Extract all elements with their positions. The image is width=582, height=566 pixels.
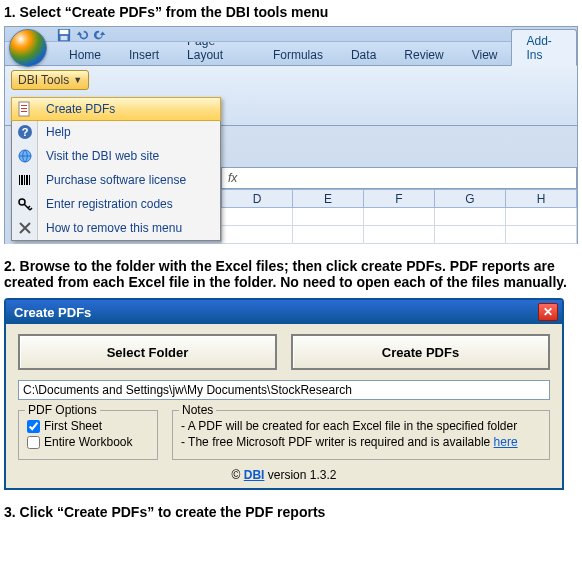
menu-create-pdfs[interactable]: Create PDFs (11, 97, 221, 121)
ribbon-tabs: Home Insert Page Layout Formulas Data Re… (5, 42, 577, 66)
col-header-h[interactable]: H (506, 190, 577, 208)
entire-workbook-option[interactable]: Entire Workbook (27, 435, 149, 449)
entire-workbook-label: Entire Workbook (44, 435, 132, 449)
svg-rect-12 (24, 175, 25, 185)
menu-label: Visit the DBI web site (38, 149, 159, 163)
folder-path-input[interactable] (18, 380, 550, 400)
svg-rect-11 (21, 175, 23, 185)
menu-label: How to remove this menu (38, 221, 182, 235)
entire-workbook-checkbox[interactable] (27, 436, 40, 449)
worksheet-grid[interactable]: D E F G H (221, 189, 577, 244)
col-header-d[interactable]: D (222, 190, 293, 208)
close-icon: ✕ (543, 305, 553, 319)
save-icon[interactable] (57, 28, 71, 42)
notes-group: Notes - A PDF will be created for each E… (172, 410, 550, 460)
svg-rect-1 (60, 29, 69, 33)
dbi-link[interactable]: DBI (244, 468, 265, 482)
step3-heading: 3. Click “Create PDFs” to create the PDF… (4, 504, 578, 520)
menu-enter-codes[interactable]: Enter registration codes (12, 192, 220, 216)
dialog-titlebar[interactable]: Create PDFs ✕ (6, 300, 562, 324)
barcode-icon (17, 172, 33, 188)
pdf-options-group: PDF Options First Sheet Entire Workbook (18, 410, 158, 460)
help-icon: ? (17, 124, 33, 140)
select-folder-button[interactable]: Select Folder (18, 334, 277, 370)
tab-view[interactable]: View (458, 44, 512, 65)
dialog-title: Create PDFs (14, 305, 91, 320)
dbi-tools-menu: Create PDFs ? Help Visit the DBI web sit… (11, 97, 221, 241)
svg-text:?: ? (21, 126, 28, 138)
pdf-writer-link[interactable]: here (494, 435, 518, 449)
chevron-down-icon: ▼ (73, 75, 82, 85)
svg-rect-5 (21, 108, 27, 109)
menu-help[interactable]: ? Help (12, 120, 220, 144)
tab-review[interactable]: Review (390, 44, 457, 65)
dbi-tools-label: DBI Tools (18, 73, 69, 87)
svg-rect-14 (29, 175, 30, 185)
create-pdfs-dialog: Create PDFs ✕ Select Folder Create PDFs … (4, 298, 564, 490)
notes-legend: Notes (179, 403, 216, 417)
tab-home[interactable]: Home (55, 44, 115, 65)
note-1: - A PDF will be created for each Excel f… (181, 419, 541, 433)
svg-rect-10 (19, 175, 20, 185)
office-button[interactable] (9, 29, 47, 67)
step2-heading: 2. Browse to the folder with the Excel f… (4, 258, 578, 290)
menu-label: Purchase software license (38, 173, 186, 187)
menu-label: Create PDFs (38, 102, 115, 116)
note-2: - The free Microsoft PDF writer is requi… (181, 435, 541, 449)
col-header-f[interactable]: F (364, 190, 435, 208)
menu-visit-website[interactable]: Visit the DBI web site (12, 144, 220, 168)
fx-label: fx (228, 171, 237, 185)
formula-bar[interactable]: fx (221, 167, 577, 189)
menu-remove[interactable]: How to remove this menu (12, 216, 220, 240)
footer-version: version 1.3.2 (264, 468, 336, 482)
note-2-text: - The free Microsoft PDF writer is requi… (181, 435, 494, 449)
first-sheet-option[interactable]: First Sheet (27, 419, 149, 433)
col-header-g[interactable]: G (435, 190, 506, 208)
pdf-options-legend: PDF Options (25, 403, 100, 417)
tab-insert[interactable]: Insert (115, 44, 173, 65)
col-header-e[interactable]: E (293, 190, 364, 208)
dialog-body: Select Folder Create PDFs PDF Options Fi… (6, 324, 562, 488)
quick-access-toolbar (5, 27, 577, 42)
redo-icon[interactable] (93, 28, 107, 42)
create-pdfs-button[interactable]: Create PDFs (291, 334, 550, 370)
tab-formulas[interactable]: Formulas (259, 44, 337, 65)
close-button[interactable]: ✕ (538, 303, 558, 321)
svg-rect-13 (26, 175, 28, 185)
tab-data[interactable]: Data (337, 44, 390, 65)
menu-label: Enter registration codes (38, 197, 173, 211)
step1-heading: 1. Select “Create PDFs” from the DBI too… (4, 4, 578, 20)
globe-icon (17, 148, 33, 164)
svg-rect-6 (21, 111, 27, 112)
dialog-footer: © DBI version 1.3.2 (18, 468, 550, 482)
svg-rect-2 (61, 35, 68, 39)
pdf-icon (17, 101, 33, 117)
first-sheet-checkbox[interactable] (27, 420, 40, 433)
svg-rect-4 (21, 105, 27, 106)
tab-addins[interactable]: Add-Ins (511, 29, 577, 66)
undo-icon[interactable] (75, 28, 89, 42)
close-icon (17, 220, 33, 236)
footer-copyright: © (232, 468, 244, 482)
dbi-tools-button[interactable]: DBI Tools ▼ (11, 70, 89, 90)
key-icon (17, 196, 33, 212)
excel-ribbon-area: Home Insert Page Layout Formulas Data Re… (4, 26, 578, 244)
menu-label: Help (38, 125, 71, 139)
first-sheet-label: First Sheet (44, 419, 102, 433)
menu-purchase[interactable]: Purchase software license (12, 168, 220, 192)
